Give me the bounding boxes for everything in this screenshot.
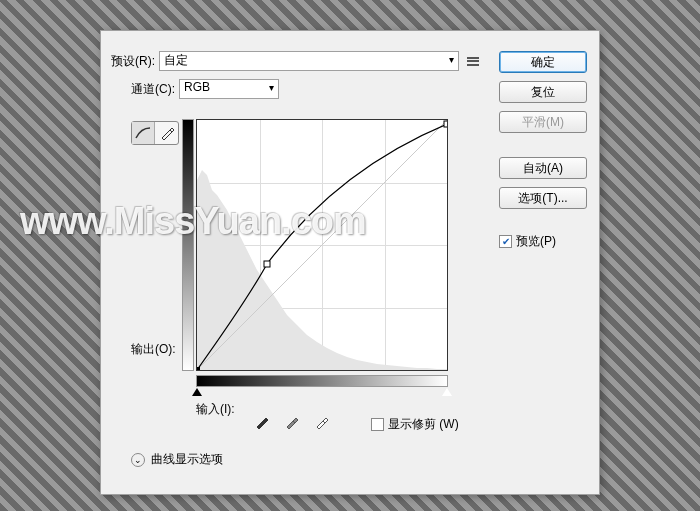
black-point-slider[interactable] [192, 388, 202, 396]
reset-button[interactable]: 复位 [499, 81, 587, 103]
black-eyedropper-icon[interactable] [251, 411, 273, 433]
main-content: 预设(R): 自定 通道(C): RGB [111, 51, 481, 111]
clip-checkbox-box[interactable] [371, 418, 384, 431]
output-label: 输出(O): [131, 341, 176, 358]
side-panel: 确定 复位 平滑(M) 自动(A) 选项(T)... ✔ 预览(P) [499, 51, 589, 250]
preset-label: 预设(R): [111, 53, 155, 70]
svg-line-0 [197, 120, 447, 370]
curve-display-options-toggle[interactable]: ⌄ 曲线显示选项 [131, 451, 223, 468]
chevron-down-icon: ⌄ [131, 453, 145, 467]
channel-label: 通道(C): [131, 81, 175, 98]
channel-row: 通道(C): RGB [131, 79, 481, 99]
curve-tool-button[interactable] [132, 122, 155, 144]
preset-menu-icon[interactable] [465, 53, 481, 69]
white-eyedropper-icon[interactable] [311, 411, 333, 433]
channel-value: RGB [184, 80, 210, 94]
disclosure-label: 曲线显示选项 [151, 451, 223, 468]
options-button[interactable]: 选项(T)... [499, 187, 587, 209]
channel-select[interactable]: RGB [179, 79, 279, 99]
ok-button[interactable]: 确定 [499, 51, 587, 73]
curve-line [197, 120, 447, 370]
preset-select[interactable]: 自定 [159, 51, 459, 71]
svg-rect-2 [264, 261, 270, 267]
smooth-button[interactable]: 平滑(M) [499, 111, 587, 133]
preset-row: 预设(R): 自定 [111, 51, 481, 71]
input-gradient [196, 375, 448, 387]
svg-rect-1 [197, 367, 200, 370]
auto-button[interactable]: 自动(A) [499, 157, 587, 179]
preset-value: 自定 [164, 53, 188, 67]
gray-eyedropper-icon[interactable] [281, 411, 303, 433]
clip-label: 显示修剪 (W) [388, 416, 459, 433]
white-point-slider[interactable] [442, 388, 452, 396]
curve-tools [131, 121, 179, 145]
svg-rect-3 [444, 121, 447, 127]
curve-area [196, 119, 471, 387]
output-gradient [182, 119, 194, 371]
curves-dialog: 预设(R): 自定 通道(C): RGB [100, 30, 600, 495]
show-clipping-checkbox[interactable]: 显示修剪 (W) [371, 416, 459, 433]
eyedropper-group [251, 411, 333, 433]
preview-checkbox-box[interactable]: ✔ [499, 235, 512, 248]
tool-group [131, 121, 179, 145]
pencil-tool-button[interactable] [155, 122, 178, 144]
preview-label: 预览(P) [516, 233, 556, 250]
curve-grid[interactable] [196, 119, 448, 371]
preview-checkbox[interactable]: ✔ 预览(P) [499, 233, 589, 250]
